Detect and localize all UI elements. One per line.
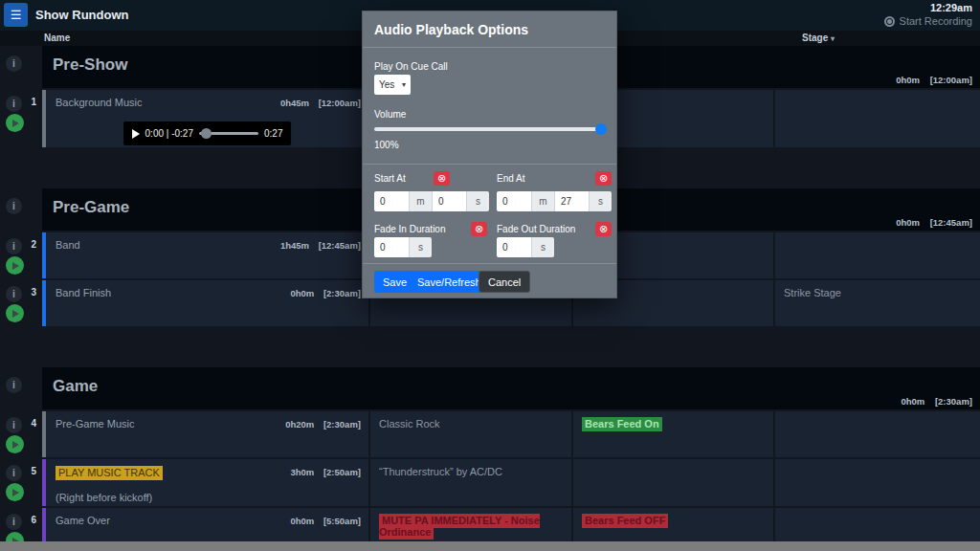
- cue-name: Pre-Game Music: [56, 418, 135, 430]
- play-cue-button[interactable]: [6, 483, 24, 501]
- horizontal-scrollbar[interactable]: [0, 541, 980, 551]
- name-cell[interactable]: Band 1h45m [12:45am]: [42, 232, 368, 278]
- cue-name-highlighted: PLAY MUSIC TRACK: [56, 466, 163, 480]
- stage-cell[interactable]: [775, 459, 980, 506]
- divider: [363, 263, 616, 264]
- start-at-seconds-input[interactable]: [432, 191, 466, 211]
- info-icon[interactable]: i: [6, 96, 22, 112]
- volume-label: Volume: [374, 109, 406, 120]
- section-total-time: [12:45am]: [930, 217, 972, 228]
- name-cell-head: Band 1h45m [12:45am]: [46, 232, 368, 251]
- start-time-value: [12:00am]: [319, 98, 361, 108]
- player-current-time: 0:00: [145, 128, 164, 139]
- chevron-down-icon: ▾: [831, 34, 835, 43]
- row-gutter: i 1: [0, 90, 42, 147]
- info-glyph: i: [12, 241, 15, 252]
- clear-fade-out-button[interactable]: ⊗: [595, 222, 612, 236]
- clear-fade-in-button[interactable]: ⊗: [471, 222, 487, 236]
- start-recording-button[interactable]: Start Recording: [884, 15, 972, 27]
- player-play-icon[interactable]: [132, 129, 140, 139]
- page-title: Show Rundown: [35, 8, 128, 22]
- seconds-unit-label: s: [531, 237, 554, 257]
- play-icon: [12, 310, 19, 318]
- info-icon[interactable]: i: [6, 198, 22, 214]
- info-glyph: i: [12, 289, 15, 299]
- stage-cell[interactable]: Strike Stage: [775, 280, 980, 326]
- stage-cell[interactable]: [775, 232, 980, 278]
- start-time-value: [2:30am]: [323, 288, 361, 298]
- duration-value: 0h45m: [280, 98, 309, 108]
- fade-in-seconds-input[interactable]: [374, 237, 409, 257]
- start-recording-label: Start Recording: [900, 15, 972, 27]
- clear-end-at-button[interactable]: ⊗: [595, 171, 612, 186]
- name-cell[interactable]: Background Music 0h45m [12:00am] 0:00 | …: [42, 90, 368, 147]
- section-header-game: i Game 0h0m [2:30am]: [0, 367, 980, 409]
- info-icon[interactable]: i: [6, 286, 22, 302]
- play-on-cue-label: Play On Cue Call: [374, 61, 448, 72]
- section-title: Game: [53, 377, 98, 396]
- cancel-button[interactable]: Cancel: [479, 271, 530, 293]
- start-time-value: [12:45am]: [319, 240, 361, 251]
- note-text: Classic Rock: [370, 411, 571, 430]
- play-icon: [12, 262, 19, 270]
- audio-player: 0:00 | -0:27 0:27: [123, 121, 292, 145]
- section-gutter: i: [0, 367, 42, 409]
- section-title-bar[interactable]: Game 0h0m [2:30am]: [42, 367, 980, 409]
- play-cue-button[interactable]: [6, 114, 24, 132]
- row-gutter: i 5: [0, 459, 42, 506]
- play-on-cue-select[interactable]: Yes ▾: [374, 75, 411, 95]
- end-at-seconds-input[interactable]: [554, 191, 589, 211]
- info-glyph: i: [12, 201, 15, 211]
- notes-cell[interactable]: “Thunderstruck” by AC/DC: [370, 459, 571, 506]
- feed-cell[interactable]: [573, 459, 773, 506]
- info-icon[interactable]: i: [6, 238, 22, 254]
- cue-name: Band Finish: [56, 287, 111, 298]
- fade-out-input-group: s: [497, 237, 554, 257]
- name-cell[interactable]: PLAY MUSIC TRACK 3h0m [2:50am] (Right be…: [42, 459, 368, 506]
- column-header-stage[interactable]: Stage ▾: [802, 33, 835, 43]
- feed-cell[interactable]: Bears Feed On: [573, 411, 773, 457]
- info-icon[interactable]: i: [6, 377, 22, 393]
- info-icon[interactable]: i: [6, 417, 22, 433]
- notes-cell[interactable]: Classic Rock: [370, 411, 571, 457]
- alert-note: MUTE PA IMMEDIATELY - Noise Ordinance: [379, 514, 540, 540]
- info-glyph: i: [12, 517, 15, 527]
- play-cue-button[interactable]: [6, 435, 24, 453]
- save-refresh-button[interactable]: Save/Refresh: [409, 271, 490, 293]
- info-icon[interactable]: i: [6, 55, 22, 72]
- row-gutter: i 2: [0, 232, 42, 278]
- cue-name: Game Over: [56, 515, 110, 526]
- player-seek-bar[interactable]: [199, 132, 258, 135]
- feed-wrap: Bears Feed On: [573, 411, 773, 430]
- stage-cell[interactable]: [775, 90, 980, 147]
- seconds-unit-label: s: [409, 237, 432, 257]
- fade-out-seconds-input[interactable]: [497, 237, 531, 257]
- player-time: 0:00 | -0:27: [145, 128, 193, 139]
- play-cue-button[interactable]: [6, 256, 24, 275]
- play-cue-button[interactable]: [6, 304, 24, 322]
- section-total: 0h0m [12:00am]: [896, 75, 972, 85]
- name-cell[interactable]: Pre-Game Music 0h20m [2:30am]: [42, 411, 368, 457]
- status-badge: Bears Feed OFF: [582, 514, 668, 528]
- stage-cell[interactable]: [775, 411, 980, 457]
- volume-slider[interactable]: [374, 127, 606, 131]
- start-at-minutes-input[interactable]: [374, 191, 409, 211]
- info-glyph: i: [12, 468, 15, 478]
- section-total-duration: 0h0m: [896, 75, 920, 85]
- info-icon[interactable]: i: [6, 514, 22, 530]
- end-at-label: End At: [497, 173, 524, 184]
- name-cell[interactable]: Band Finish 0h0m [2:30am]: [42, 280, 368, 326]
- section-gutter: i: [0, 188, 42, 231]
- player-seek-thumb[interactable]: [201, 128, 212, 139]
- divider: [363, 164, 616, 165]
- menu-button[interactable]: ☰: [4, 3, 28, 27]
- clock: 12:29am: [884, 2, 972, 13]
- start-time-value: [2:50am]: [323, 467, 361, 477]
- clear-start-at-button[interactable]: ⊗: [434, 171, 450, 186]
- cue-duration: 0h0m [5:50am]: [290, 515, 361, 526]
- cue-duration: 0h45m [12:00am]: [280, 97, 361, 108]
- volume-slider-thumb[interactable]: [595, 123, 607, 135]
- info-icon[interactable]: i: [6, 465, 22, 481]
- end-at-minutes-input[interactable]: [497, 191, 531, 211]
- fade-in-input-group: s: [374, 237, 432, 257]
